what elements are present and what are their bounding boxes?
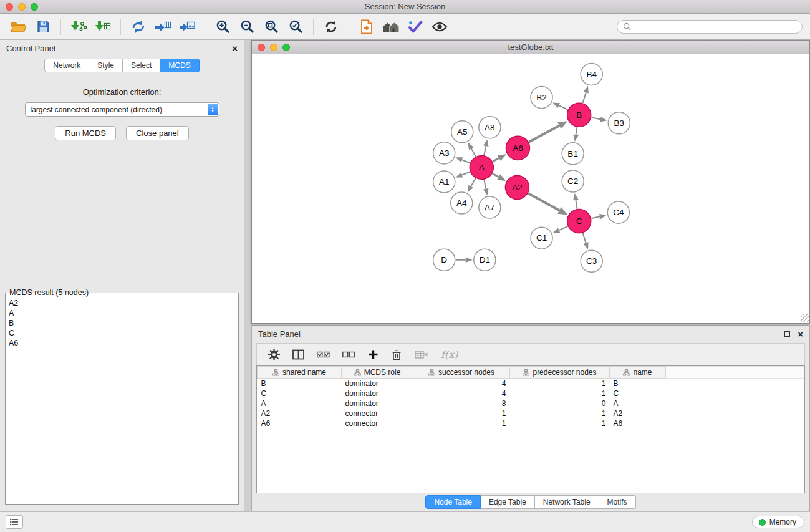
graph-edge-A-A5[interactable]: [471, 148, 476, 157]
zoom-window-button[interactable]: [31, 3, 38, 11]
zoom-fit-button[interactable]: [260, 16, 282, 37]
zoom-in-button[interactable]: [211, 16, 234, 37]
tab-mcds[interactable]: MCDS: [160, 59, 199, 72]
column-header-predecessor-nodes[interactable]: predecessor nodes: [510, 367, 610, 379]
close-table-panel-icon[interactable]: ×: [798, 329, 803, 339]
graph-edge-B-B4[interactable]: [583, 92, 586, 103]
tab-select[interactable]: Select: [123, 59, 160, 72]
mcds-result-item[interactable]: B: [7, 318, 237, 328]
zoom-selected-button[interactable]: [284, 16, 307, 37]
zoom-out-button[interactable]: [236, 16, 258, 37]
import-table-button[interactable]: [92, 16, 114, 37]
home-icon: [382, 20, 400, 34]
export-image-button[interactable]: [176, 16, 198, 37]
float-table-panel-icon[interactable]: [784, 331, 790, 337]
table-row[interactable]: A2connector11A2: [258, 409, 804, 418]
function-builder-button[interactable]: f(x): [441, 349, 458, 360]
graph-node-label-A6: A6: [513, 143, 523, 153]
apply-style-button[interactable]: [404, 16, 427, 37]
float-panel-icon[interactable]: [219, 46, 224, 51]
table-row[interactable]: Cdominator41C: [258, 389, 804, 399]
graph-edge-C-C1[interactable]: [559, 226, 567, 230]
graph-edge-C-C3[interactable]: [583, 233, 586, 243]
graph-edge-B-B3[interactable]: [591, 117, 600, 119]
zoom-network-window-button[interactable]: [282, 44, 290, 51]
delete-column-button[interactable]: [391, 349, 402, 360]
resize-corner[interactable]: [801, 314, 809, 322]
refresh-network-button[interactable]: [320, 16, 342, 37]
mcds-result-item[interactable]: A6: [7, 338, 237, 348]
open-session-button[interactable]: [7, 16, 30, 37]
graph-node-label-C2: C2: [567, 177, 578, 186]
toggle-view-button[interactable]: [428, 16, 451, 37]
graph-edge-A-A8[interactable]: [484, 146, 486, 155]
graph-edge-A-A1[interactable]: [462, 172, 470, 175]
graph-edge-A-A2[interactable]: [493, 173, 499, 177]
graph-edge-A-A4[interactable]: [471, 178, 475, 186]
network-graph[interactable]: B4B2BB3A5A8A6B1A3AC2A1A2A4A7C4CC1C3DD1: [252, 54, 809, 323]
mcds-result-item[interactable]: A2: [7, 298, 237, 308]
optimization-dropdown[interactable]: largest connected component (directed) ▲…: [25, 102, 219, 117]
table-tab-node-table[interactable]: Node Table: [425, 495, 481, 509]
minimize-window-button[interactable]: [18, 3, 26, 11]
network-canvas[interactable]: B4B2BB3A5A8A6B1A3AC2A1A2A4A7C4CC1C3DD1: [252, 54, 809, 323]
show-columns-button[interactable]: [292, 349, 304, 360]
close-window-button[interactable]: [6, 3, 13, 11]
graph-edge-A-A3[interactable]: [462, 160, 470, 163]
table-cell: connector: [342, 409, 413, 418]
graph-node-label-A5: A5: [457, 127, 468, 137]
select-all-button[interactable]: [317, 350, 330, 359]
open-document-button[interactable]: [355, 16, 378, 37]
run-mcds-button[interactable]: Run MCDS: [55, 126, 116, 140]
table-row[interactable]: Bdominator41B: [258, 379, 804, 389]
graph-edge-arrow: [584, 86, 589, 94]
close-panel-button[interactable]: Close panel: [126, 126, 189, 140]
delete-table-button[interactable]: [415, 350, 428, 359]
save-session-button[interactable]: [32, 16, 54, 37]
column-header-shared-name[interactable]: shared name: [258, 367, 342, 379]
export-network-button[interactable]: [127, 16, 150, 37]
import-table-icon: [95, 20, 111, 34]
graph-edge-A-A7[interactable]: [484, 180, 486, 189]
close-network-window-button[interactable]: [258, 44, 265, 51]
status-bar: Memory: [0, 511, 810, 532]
mcds-result-item[interactable]: C: [7, 328, 237, 338]
deselect-all-button[interactable]: [342, 350, 355, 359]
import-network-button[interactable]: [67, 16, 90, 37]
add-column-button[interactable]: [368, 349, 378, 360]
export-table-button[interactable]: [152, 16, 174, 37]
graph-edge-B-B1[interactable]: [576, 127, 577, 135]
tab-style[interactable]: Style: [89, 59, 123, 72]
graph-edge-A2-C[interactable]: [528, 193, 559, 210]
table-cell: A6: [610, 418, 666, 428]
search-input[interactable]: [634, 22, 796, 32]
table-tab-motifs[interactable]: Motifs: [599, 495, 636, 509]
close-panel-icon[interactable]: ×: [232, 44, 238, 53]
column-header-successor-nodes[interactable]: successor nodes: [413, 367, 510, 379]
graph-edge-arrow: [483, 188, 488, 196]
graph-edge-C-C2[interactable]: [576, 200, 577, 209]
table-tab-network-table[interactable]: Network Table: [535, 495, 599, 509]
table-row[interactable]: Adominator80A: [258, 399, 804, 409]
task-history-button[interactable]: [6, 515, 23, 529]
minimize-network-window-button[interactable]: [270, 44, 277, 51]
graph-edge-C-C4[interactable]: [591, 216, 600, 218]
graph-edge-arrow: [583, 242, 588, 249]
table-cell: 4: [413, 389, 510, 399]
style-check-icon: [408, 20, 423, 34]
tab-network[interactable]: Network: [44, 59, 89, 72]
mcds-result-item[interactable]: A: [7, 308, 237, 318]
table-tabs: Node TableEdge TableNetwork TableMotifs: [252, 493, 809, 511]
column-header-mcds-role[interactable]: MCDS role: [342, 367, 413, 379]
column-header-name[interactable]: name: [610, 367, 666, 379]
table-settings-button[interactable]: [268, 349, 280, 360]
memory-button[interactable]: Memory: [752, 516, 804, 528]
home-button[interactable]: [380, 16, 402, 37]
table-cell-filler: [666, 389, 804, 399]
table-tab-edge-table[interactable]: Edge Table: [481, 495, 535, 509]
graph-edge-A6-B[interactable]: [529, 125, 559, 142]
column-label: successor nodes: [438, 368, 494, 377]
graph-edge-B-B2[interactable]: [559, 105, 567, 110]
table-row[interactable]: A6connector11A6: [258, 418, 804, 428]
graph-edge-A-A6[interactable]: [493, 158, 499, 162]
